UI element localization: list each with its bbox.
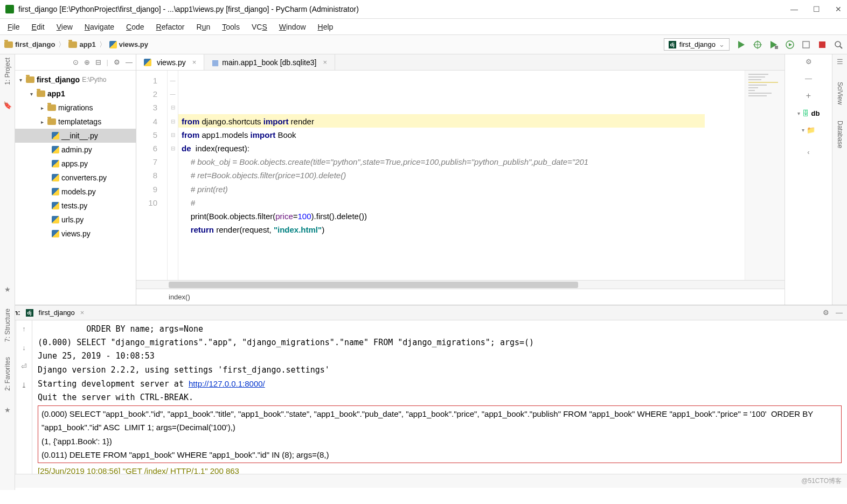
tree-node-file[interactable]: admin.py <box>15 143 136 157</box>
left-bottom-tool-stripe: ★ 7: Structure 2: Favorites ★ <box>0 285 15 490</box>
menu-refactor[interactable]: Refactor <box>156 23 185 31</box>
star-icon[interactable]: ★ <box>4 406 11 414</box>
sciview-tool-button[interactable]: SciView <box>836 82 844 104</box>
breadcrumb-file[interactable]: views.py <box>109 40 148 48</box>
stop-button[interactable] <box>818 40 827 49</box>
menu-edit[interactable]: Edit <box>32 23 45 31</box>
menu-file[interactable]: File <box>8 23 20 31</box>
horizontal-scrollbar[interactable] <box>136 280 784 289</box>
profile-button[interactable] <box>786 40 794 49</box>
window-controls: — ☐ ✕ <box>790 5 842 13</box>
hide-icon[interactable]: — <box>126 58 133 66</box>
chevron-down-icon[interactable]: ▾ <box>797 110 800 116</box>
structure-tool-button[interactable]: 7: Structure <box>4 309 11 342</box>
add-icon[interactable]: + <box>806 91 811 101</box>
svg-marker-0 <box>738 41 745 48</box>
tree-node-root[interactable]: ▾first_djangoE:\Pytho <box>15 73 136 87</box>
collapse-all-icon[interactable]: ⊟ <box>95 58 101 66</box>
search-everywhere-button[interactable] <box>834 40 843 49</box>
favorites-tool-button[interactable]: 2: Favorites <box>4 357 11 391</box>
python-icon <box>144 59 151 66</box>
tree-node-migrations[interactable]: ▸migrations <box>15 101 136 115</box>
chevron-down-icon[interactable]: ▾ <box>802 127 804 133</box>
close-tab-icon[interactable]: × <box>192 58 197 66</box>
tree-node-file[interactable]: __init__.py <box>15 129 136 143</box>
debug-button[interactable] <box>753 40 762 49</box>
menu-icon[interactable]: ☰ <box>837 58 843 66</box>
minimap[interactable] <box>745 71 784 280</box>
hide-icon[interactable]: — <box>805 74 812 82</box>
project-tree[interactable]: ▾first_djangoE:\Pytho ▾app1 ▸migrations … <box>15 71 136 305</box>
up-arrow-icon[interactable]: ↑ <box>22 325 26 333</box>
gear-icon[interactable]: ⚙ <box>114 58 120 66</box>
code-editor[interactable]: 12345678910 ——⊟⊟⊟⊟ from django.shortcuts… <box>136 71 784 280</box>
bookmark-icon[interactable]: 🔖 <box>3 101 12 109</box>
menu-tools[interactable]: Tools <box>222 23 240 31</box>
run-controls-secondary: ↑ ↓ ⏎ ⤓ <box>16 320 32 474</box>
db-icon[interactable]: 🗄 <box>802 109 809 117</box>
database-tool-button[interactable]: Database <box>836 121 844 148</box>
fold-gutter: ——⊟⊟⊟⊟ <box>168 71 178 280</box>
close-tab-icon[interactable]: × <box>80 309 85 317</box>
tree-node-file[interactable]: models.py <box>15 185 136 199</box>
app-icon <box>5 5 14 13</box>
attach-button[interactable] <box>802 40 810 49</box>
coverage-button[interactable] <box>769 40 778 49</box>
tree-node-app[interactable]: ▾app1 <box>15 87 136 101</box>
right-tool-stripe: ☰ SciView Database <box>832 54 847 305</box>
run-configuration-selector[interactable]: dj first_django ⌄ <box>664 38 730 51</box>
tree-node-file[interactable]: tests.py <box>15 199 136 213</box>
tab-views-py[interactable]: views.py× <box>136 54 204 70</box>
scrollbar-thumb[interactable] <box>169 282 578 288</box>
tree-node-file[interactable]: apps.py <box>15 157 136 171</box>
menu-run[interactable]: Run <box>197 23 211 31</box>
maximize-button[interactable]: ☐ <box>813 5 820 13</box>
line-number-gutter: 12345678910 <box>136 71 168 280</box>
minimize-button[interactable]: — <box>790 5 798 13</box>
gear-icon[interactable]: ⚙ <box>823 309 829 317</box>
svg-rect-9 <box>819 41 825 48</box>
tab-db-table[interactable]: ▦main.app1_book [db.sqlite3]× <box>204 54 335 70</box>
menu-view[interactable]: View <box>57 23 73 31</box>
code-area[interactable]: from django.shortcuts import renderfrom … <box>178 71 745 280</box>
table-icon: ▦ <box>212 58 219 67</box>
select-opened-icon[interactable]: ⊙ <box>73 58 79 66</box>
wrap-icon[interactable]: ⏎ <box>21 362 27 370</box>
scroll-icon[interactable]: ⤓ <box>21 381 27 389</box>
breadcrumb-sep: 〉 <box>58 40 65 50</box>
chevron-left-icon[interactable]: ‹ <box>807 148 809 156</box>
navigation-bar: first_django 〉 app1 〉 views.py dj first_… <box>0 35 847 54</box>
tree-node-file[interactable]: converters.py <box>15 171 136 185</box>
menu-code[interactable]: Code <box>126 23 144 31</box>
breadcrumb-app[interactable]: app1 <box>68 40 95 48</box>
svg-marker-7 <box>789 43 792 46</box>
down-arrow-icon[interactable]: ↓ <box>22 344 26 352</box>
menubar: File Edit View Navigate Code Refactor Ru… <box>0 19 847 35</box>
tree-node-file[interactable]: views.py <box>15 227 136 241</box>
tree-node-templatetags[interactable]: ▸templatetags <box>15 115 136 129</box>
svg-rect-5 <box>775 46 778 49</box>
watermark: @51CTO博客 <box>801 477 842 486</box>
tree-node-file[interactable]: urls.py <box>15 213 136 227</box>
console-output[interactable]: ORDER BY name; args=None(0.000) SELECT "… <box>32 320 847 474</box>
svg-point-10 <box>835 41 841 47</box>
run-tab-name[interactable]: first_django <box>39 309 75 317</box>
svg-line-11 <box>840 46 842 48</box>
project-tool-button[interactable]: 1: Project <box>4 58 11 85</box>
close-tab-icon[interactable]: × <box>323 58 327 66</box>
expand-all-icon[interactable]: ⊕ <box>84 58 90 66</box>
menu-navigate[interactable]: Navigate <box>85 23 114 31</box>
breadcrumb-root[interactable]: first_django <box>4 40 55 48</box>
editor-area: views.py× ▦main.app1_book [db.sqlite3]× … <box>136 54 784 305</box>
gear-icon[interactable]: ⚙ <box>806 58 812 66</box>
menu-help[interactable]: Help <box>318 23 334 31</box>
django-icon: dj <box>669 41 676 48</box>
menu-vcs[interactable]: VCS <box>252 23 267 31</box>
menu-window[interactable]: Window <box>279 23 306 31</box>
chevron-down-icon: ⌄ <box>719 40 725 48</box>
run-button[interactable] <box>737 40 746 49</box>
star-icon[interactable]: ★ <box>4 285 11 293</box>
django-icon: dj <box>26 309 33 317</box>
hide-icon[interactable]: — <box>836 309 843 317</box>
close-button[interactable]: ✕ <box>835 5 842 13</box>
